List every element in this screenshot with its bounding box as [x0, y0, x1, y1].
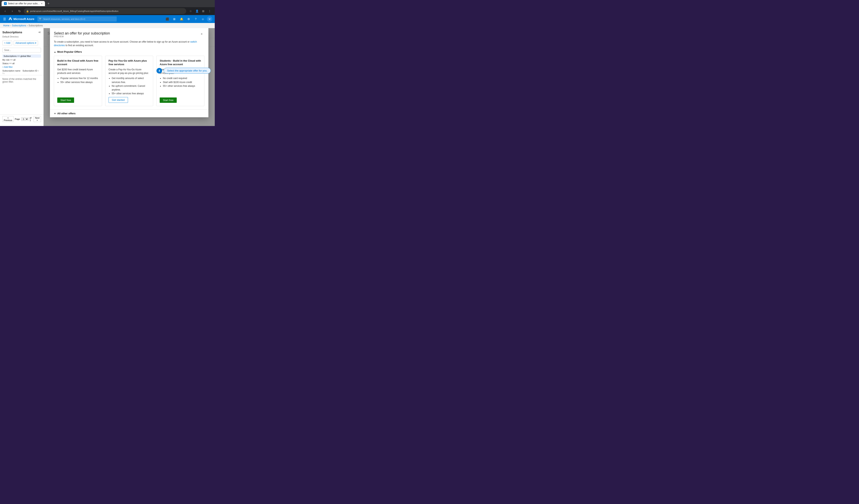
- offer-card-3-title: Students - Build in the Cloud with Azure…: [160, 59, 201, 66]
- forward-button[interactable]: ›: [10, 8, 15, 14]
- sidebar-title-row: Subscriptions ≪: [0, 31, 43, 35]
- most-popular-section: ▲ Most Popular Offers Build in the Cloud…: [50, 50, 208, 109]
- help-button[interactable]: ?: [193, 16, 199, 22]
- section-title-popular: Most Popular Offers: [57, 50, 82, 53]
- modal-title: Select an offer for your subscription: [54, 31, 110, 35]
- sidebar-advanced-options-label: Advanced options: [15, 42, 34, 44]
- sidebar-pagination: < Previous Page 1 of 1 Next >: [0, 114, 43, 124]
- offer-card-1-list: Popular services free for 12 months 55+ …: [57, 76, 99, 84]
- address-bar-row: ‹ › ↻ 🔒 portal.azure.com/#view/Microsoft…: [0, 7, 215, 15]
- lock-icon: 🔒: [26, 10, 29, 13]
- tab-close-button[interactable]: ✕: [41, 2, 43, 5]
- sidebar-subtitle: Default Directory: [0, 35, 43, 40]
- active-tab[interactable]: A Select an offer for your subs... ✕: [2, 1, 45, 6]
- profile-button[interactable]: 👤: [194, 8, 200, 14]
- offer-card-1-desc: Get $200 free credit toward Azure produc…: [57, 68, 99, 75]
- sidebar-search-input[interactable]: [2, 48, 41, 52]
- reload-button[interactable]: ↻: [17, 8, 22, 14]
- tab-favicon: A: [4, 2, 7, 5]
- sidebar-collapse-icon[interactable]: ≪: [38, 31, 41, 34]
- search-placeholder: Search resources, services, and docs (G+…: [43, 18, 85, 20]
- directory-subscription-button[interactable]: ⊞: [171, 16, 178, 22]
- app-name: Microsoft Azure: [14, 17, 34, 20]
- global-search[interactable]: 🔍 Search resources, services, and docs (…: [37, 16, 117, 21]
- offer-cards: Build in the Cloud with Azure free accou…: [54, 56, 205, 106]
- sidebar-title: Subscriptions: [2, 31, 22, 34]
- offer-card-1-title: Build in the Cloud with Azure free accou…: [57, 59, 99, 66]
- toggle-icon-popular: ▲: [54, 51, 56, 53]
- modal-title-block: Select an offer for your subscription PR…: [54, 31, 110, 37]
- col-id-header: Subscription ID ↑: [22, 70, 41, 74]
- offer-card-3-bullet-1: No credit card required: [163, 76, 201, 80]
- sidebar-add-button[interactable]: + Add: [2, 41, 12, 45]
- top-nav: ☰ Microsoft Azure 🔍 Search resources, se…: [0, 15, 215, 23]
- start-free-button-2[interactable]: Start free: [160, 97, 177, 103]
- modal-description: To create a subscription, you need to ha…: [50, 39, 208, 50]
- offer-card-2-desc: Create a Pay-As-You-Go Azure account at …: [108, 68, 150, 75]
- sidebar-table-header: Subscription name ↑↓ Subscription ID ↑: [0, 69, 43, 75]
- breadcrumb-sep-2: ›: [27, 24, 28, 27]
- offer-card-2-title: Pay-As-You-Go with Azure plus free servi…: [108, 59, 150, 66]
- address-bar[interactable]: 🔒 portal.azure.com/#view/Microsoft_Azure…: [24, 8, 186, 14]
- tab-bar: A Select an offer for your subs... ✕ +: [0, 0, 215, 7]
- get-started-button[interactable]: Get started: [108, 97, 128, 103]
- modal: Select an offer for your subscription PR…: [44, 28, 215, 126]
- modal-header: Select an offer for your subscription PR…: [50, 28, 208, 39]
- hamburger-button[interactable]: ☰: [2, 16, 7, 22]
- page-select[interactable]: 1: [21, 117, 29, 121]
- offer-card-2-bullet-2: No upfront commitment. Cancel anytime.: [112, 84, 150, 92]
- browser-actions: ☆ 👤 ⊞ ⋮: [188, 8, 212, 14]
- section-header-popular[interactable]: ▲ Most Popular Offers: [54, 50, 205, 53]
- breadcrumb: Home › Subscriptions › Subscriptions: [0, 23, 215, 28]
- bookmark-button[interactable]: ☆: [188, 8, 193, 14]
- azure-logo: Microsoft Azure: [8, 17, 34, 21]
- add-filter-label: + Add filter: [2, 66, 13, 68]
- notifications-button[interactable]: 🔔: [178, 16, 185, 22]
- offer-card-1-bullet-2: 55+ other services free always: [60, 80, 99, 84]
- offer-card-2-bullet-3: 55+ other services free always: [112, 92, 150, 95]
- modal-preview-badge: PREVIEW: [54, 35, 110, 37]
- new-tab-button[interactable]: +: [46, 1, 51, 6]
- sidebar-advanced-options-button[interactable]: Advanced options ▾: [14, 41, 38, 45]
- tooltip-bubble: 4 Select the appropriate offer for you.: [156, 68, 211, 74]
- modal-desc-end: to find an existing account.: [65, 44, 94, 47]
- cloud-shell-button[interactable]: ⬛: [164, 16, 170, 22]
- modal-close-button[interactable]: ×: [199, 31, 205, 37]
- breadcrumb-subscriptions-1[interactable]: Subscriptions: [12, 24, 26, 27]
- all-offers-header[interactable]: ▼ All other offers: [54, 112, 205, 115]
- sort-icon: ↑↓: [2, 72, 4, 74]
- offer-card-payg: Pay-As-You-Go with Azure plus free servi…: [105, 56, 153, 106]
- tooltip-text: Select the appropriate offer for you.: [164, 68, 211, 74]
- content-panel: Subscriptions + + Add Advanced options ▾: [44, 28, 215, 126]
- add-filter-button[interactable]: + Add filter: [0, 65, 43, 69]
- page-label: Page: [15, 118, 20, 120]
- breadcrumb-home[interactable]: Home: [3, 24, 10, 27]
- tab-label: Select an offer for your subs...: [8, 2, 40, 5]
- next-page-button[interactable]: Next >: [33, 116, 41, 122]
- breadcrumb-sep-1: ›: [10, 24, 11, 27]
- settings-button[interactable]: ⚙: [185, 16, 192, 22]
- modal-desc-text: To create a subscription, you need to ha…: [54, 41, 190, 43]
- sort-icon-id: ↑: [38, 70, 39, 72]
- offer-card-3-bullet-2: Start with $100 Azure credit: [163, 80, 201, 84]
- azure-portal: ☰ Microsoft Azure 🔍 Search resources, se…: [0, 15, 215, 126]
- browser-chrome: A Select an offer for your subs... ✕ + ‹…: [0, 0, 215, 15]
- prev-page-button[interactable]: < Previous: [2, 116, 14, 122]
- of-label: of 1: [30, 117, 32, 121]
- sidebar: Subscriptions ≪ Default Directory + Add …: [0, 28, 44, 126]
- user-avatar[interactable]: U: [207, 16, 212, 22]
- breadcrumb-subscriptions-2: Subscriptions: [29, 24, 43, 27]
- sidebar-empty-message: None of the entries matched the given fi…: [0, 75, 43, 86]
- chevron-down-icon: ▾: [35, 42, 36, 44]
- menu-button[interactable]: ⋮: [207, 8, 212, 14]
- offer-card-3-bullet-3: 55+ other services free always: [163, 84, 201, 88]
- section-title-all: All other offers: [57, 112, 75, 115]
- start-free-button-1[interactable]: Start free: [57, 97, 74, 103]
- col-name-header: Subscription name ↑↓: [2, 70, 21, 74]
- back-button[interactable]: ‹: [2, 8, 8, 14]
- filter-status-label: Status == all: [2, 62, 14, 65]
- search-icon: 🔍: [39, 18, 42, 20]
- feedback-button[interactable]: ☺: [200, 16, 206, 22]
- offer-card-free-account: Build in the Cloud with Azure free accou…: [54, 56, 102, 106]
- extensions-button[interactable]: ⊞: [200, 8, 206, 14]
